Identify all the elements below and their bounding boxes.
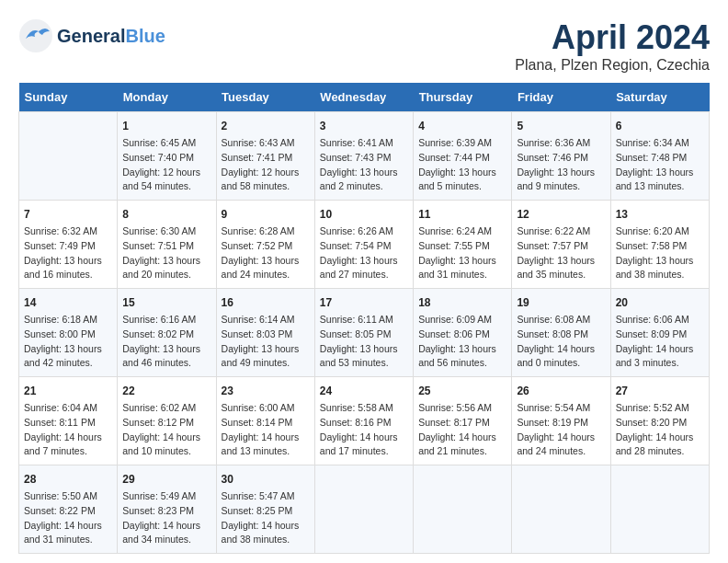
day-header-friday: Friday [512,83,610,112]
calendar-week-5: 28Sunrise: 5:50 AM Sunset: 8:22 PM Dayli… [19,465,710,554]
day-number: 25 [418,383,506,399]
calendar-cell: 11Sunrise: 6:24 AM Sunset: 7:55 PM Dayli… [414,201,512,289]
calendar-cell: 5Sunrise: 6:36 AM Sunset: 7:46 PM Daylig… [512,112,610,201]
calendar-cell: 15Sunrise: 6:16 AM Sunset: 8:02 PM Dayli… [118,289,216,377]
logo-blue: Blue [125,26,165,46]
calendar-cell [414,465,512,554]
day-info: Sunrise: 5:56 AM Sunset: 8:17 PM Dayligh… [418,401,506,459]
calendar-cell [19,112,118,201]
day-number: 17 [320,294,408,311]
day-info: Sunrise: 6:22 AM Sunset: 7:57 PM Dayligh… [517,224,605,282]
title-block: April 2024 Plana, Plzen Region, Czechia [515,18,710,74]
day-number: 8 [122,206,210,223]
calendar-cell: 19Sunrise: 6:08 AM Sunset: 8:08 PM Dayli… [512,289,610,377]
calendar-cell: 30Sunrise: 5:47 AM Sunset: 8:25 PM Dayli… [216,465,314,554]
day-info: Sunrise: 6:24 AM Sunset: 7:55 PM Dayligh… [418,224,506,282]
calendar-week-4: 21Sunrise: 6:04 AM Sunset: 8:11 PM Dayli… [19,377,710,465]
day-number: 28 [24,471,112,488]
day-number: 10 [320,206,408,223]
day-info: Sunrise: 6:20 AM Sunset: 7:58 PM Dayligh… [616,224,704,282]
day-header-sunday: Sunday [19,83,118,112]
day-number: 5 [517,118,605,134]
calendar-cell: 29Sunrise: 5:49 AM Sunset: 8:23 PM Dayli… [118,465,216,554]
calendar-cell: 28Sunrise: 5:50 AM Sunset: 8:22 PM Dayli… [19,465,118,554]
day-info: Sunrise: 6:14 AM Sunset: 8:03 PM Dayligh… [222,313,310,371]
logo-icon [18,18,53,53]
day-info: Sunrise: 6:11 AM Sunset: 8:05 PM Dayligh… [320,313,408,371]
calendar-cell: 1Sunrise: 6:45 AM Sunset: 7:40 PM Daylig… [118,112,216,201]
calendar-cell: 21Sunrise: 6:04 AM Sunset: 8:11 PM Dayli… [19,377,118,465]
day-info: Sunrise: 6:08 AM Sunset: 8:08 PM Dayligh… [517,313,605,371]
day-number: 2 [222,118,310,134]
calendar-cell: 4Sunrise: 6:39 AM Sunset: 7:44 PM Daylig… [414,112,512,201]
calendar-header: SundayMondayTuesdayWednesdayThursdayFrid… [19,83,710,112]
calendar-cell: 2Sunrise: 6:43 AM Sunset: 7:41 PM Daylig… [216,112,314,201]
calendar-cell: 20Sunrise: 6:06 AM Sunset: 8:09 PM Dayli… [610,289,709,377]
day-number: 13 [616,206,704,223]
day-info: Sunrise: 6:34 AM Sunset: 7:48 PM Dayligh… [616,136,704,194]
header-row: SundayMondayTuesdayWednesdayThursdayFrid… [19,83,710,112]
day-info: Sunrise: 6:32 AM Sunset: 7:49 PM Dayligh… [24,224,112,282]
day-info: Sunrise: 6:09 AM Sunset: 8:06 PM Dayligh… [418,313,506,371]
day-number: 22 [122,383,210,399]
day-number: 1 [122,118,210,134]
calendar-cell: 3Sunrise: 6:41 AM Sunset: 7:43 PM Daylig… [314,112,413,201]
calendar-cell: 13Sunrise: 6:20 AM Sunset: 7:58 PM Dayli… [610,201,709,289]
day-info: Sunrise: 5:50 AM Sunset: 8:22 PM Dayligh… [24,489,112,547]
day-number: 9 [222,206,310,223]
day-info: Sunrise: 6:30 AM Sunset: 7:51 PM Dayligh… [122,224,210,282]
day-number: 20 [616,294,704,311]
day-header-saturday: Saturday [610,83,709,112]
day-info: Sunrise: 6:28 AM Sunset: 7:52 PM Dayligh… [222,224,310,282]
day-info: Sunrise: 5:49 AM Sunset: 8:23 PM Dayligh… [122,489,210,547]
calendar-cell: 17Sunrise: 6:11 AM Sunset: 8:05 PM Dayli… [314,289,413,377]
day-info: Sunrise: 6:45 AM Sunset: 7:40 PM Dayligh… [122,136,210,194]
day-number: 12 [517,206,605,223]
day-number: 18 [418,294,506,311]
day-info: Sunrise: 6:02 AM Sunset: 8:12 PM Dayligh… [122,401,210,459]
day-info: Sunrise: 6:06 AM Sunset: 8:09 PM Dayligh… [616,313,704,371]
calendar-cell: 10Sunrise: 6:26 AM Sunset: 7:54 PM Dayli… [314,201,413,289]
calendar-cell [512,465,610,554]
page-header: GeneralBlue April 2024 Plana, Plzen Regi… [18,18,710,74]
day-header-wednesday: Wednesday [314,83,413,112]
day-number: 4 [418,118,506,134]
day-info: Sunrise: 6:04 AM Sunset: 8:11 PM Dayligh… [24,401,112,459]
day-info: Sunrise: 6:16 AM Sunset: 8:02 PM Dayligh… [122,313,210,371]
svg-point-0 [19,19,52,52]
calendar-title: April 2024 [515,18,710,57]
day-number: 15 [122,294,210,311]
day-info: Sunrise: 6:00 AM Sunset: 8:14 PM Dayligh… [222,401,310,459]
day-number: 21 [24,383,112,399]
day-number: 29 [122,471,210,488]
calendar-body: 1Sunrise: 6:45 AM Sunset: 7:40 PM Daylig… [19,112,710,554]
calendar-table: SundayMondayTuesdayWednesdayThursdayFrid… [18,83,710,554]
day-info: Sunrise: 6:36 AM Sunset: 7:46 PM Dayligh… [517,136,605,194]
day-info: Sunrise: 5:47 AM Sunset: 8:25 PM Dayligh… [222,489,310,547]
logo: GeneralBlue [18,18,165,53]
calendar-cell: 25Sunrise: 5:56 AM Sunset: 8:17 PM Dayli… [414,377,512,465]
calendar-cell: 6Sunrise: 6:34 AM Sunset: 7:48 PM Daylig… [610,112,709,201]
day-header-tuesday: Tuesday [216,83,314,112]
day-info: Sunrise: 5:54 AM Sunset: 8:19 PM Dayligh… [517,401,605,459]
calendar-cell: 7Sunrise: 6:32 AM Sunset: 7:49 PM Daylig… [19,201,118,289]
day-number: 19 [517,294,605,311]
calendar-week-3: 14Sunrise: 6:18 AM Sunset: 8:00 PM Dayli… [19,289,710,377]
logo-text-block: GeneralBlue [57,26,165,46]
calendar-cell [610,465,709,554]
day-number: 11 [418,206,506,223]
day-number: 26 [517,383,605,399]
day-number: 6 [616,118,704,134]
calendar-cell: 23Sunrise: 6:00 AM Sunset: 8:14 PM Dayli… [216,377,314,465]
day-info: Sunrise: 5:52 AM Sunset: 8:20 PM Dayligh… [616,401,704,459]
day-info: Sunrise: 6:41 AM Sunset: 7:43 PM Dayligh… [320,136,408,194]
calendar-cell: 24Sunrise: 5:58 AM Sunset: 8:16 PM Dayli… [314,377,413,465]
calendar-cell: 9Sunrise: 6:28 AM Sunset: 7:52 PM Daylig… [216,201,314,289]
day-number: 16 [222,294,310,311]
calendar-cell: 12Sunrise: 6:22 AM Sunset: 7:57 PM Dayli… [512,201,610,289]
day-info: Sunrise: 6:39 AM Sunset: 7:44 PM Dayligh… [418,136,506,194]
day-number: 23 [222,383,310,399]
calendar-subtitle: Plana, Plzen Region, Czechia [515,57,710,74]
calendar-week-2: 7Sunrise: 6:32 AM Sunset: 7:49 PM Daylig… [19,201,710,289]
day-info: Sunrise: 6:18 AM Sunset: 8:00 PM Dayligh… [24,313,112,371]
